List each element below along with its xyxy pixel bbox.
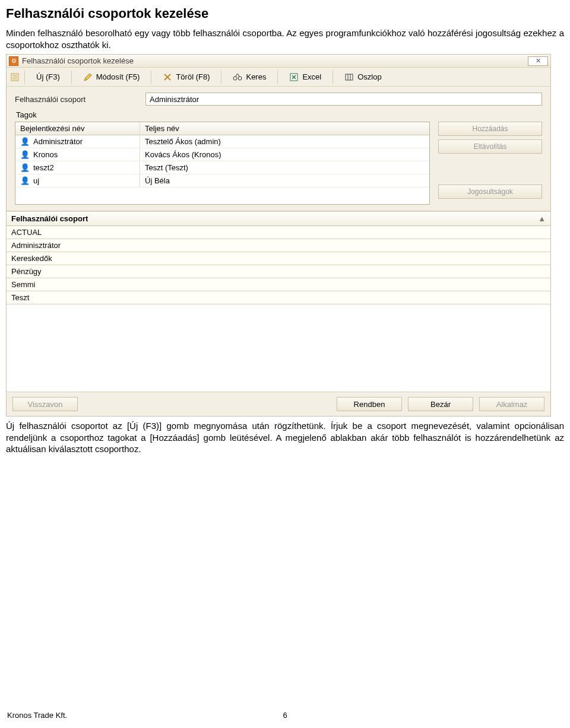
col-login-header[interactable]: Bejelentkezési név xyxy=(15,122,140,135)
modify-button[interactable]: Módosít (F5) xyxy=(77,70,147,84)
sort-indicator-icon: ▲ xyxy=(538,214,546,223)
footer-company: Kronos Trade Kft. xyxy=(7,711,67,720)
grid-row[interactable]: Semmi xyxy=(7,278,550,291)
grid-row[interactable]: Teszt xyxy=(7,291,550,304)
delete-icon xyxy=(163,72,172,82)
menu-icon[interactable] xyxy=(10,72,20,82)
close-button[interactable]: ✕ xyxy=(528,56,548,66)
column-button[interactable]: Oszlop xyxy=(338,70,388,84)
group-label: Felhasználói csoport xyxy=(15,95,140,104)
toolbar-label: Oszlop xyxy=(357,72,381,81)
members-row[interactable]: 👤AdminisztrátorTesztelő Ákos (admin) xyxy=(15,135,429,148)
titlebar: ⚙ Felhasználói csoportok kezelése ✕ xyxy=(7,55,550,68)
members-row[interactable]: 👤ujÚj Béla xyxy=(15,174,429,187)
remove-member-button[interactable]: Eltávolítás xyxy=(438,139,542,154)
grid-header-label: Felhasználói csoport xyxy=(11,214,88,223)
grid-row[interactable]: Adminisztrátor xyxy=(7,239,550,252)
excel-button[interactable]: Excel xyxy=(283,70,328,84)
pencil-icon xyxy=(83,72,93,82)
ok-button[interactable]: Rendben xyxy=(337,397,402,411)
svg-point-5 xyxy=(238,77,242,80)
undo-button[interactable]: Visszavon xyxy=(12,397,78,411)
delete-button[interactable]: Töröl (F8) xyxy=(156,70,216,84)
binoculars-icon xyxy=(233,72,242,82)
excel-icon xyxy=(289,72,299,82)
permissions-button[interactable]: Jogosultságok xyxy=(438,185,542,199)
separator xyxy=(24,71,25,84)
doc-intro: Minden felhasználó besorolható egy vagy … xyxy=(6,27,564,50)
separator xyxy=(277,71,278,84)
close-dialog-button[interactable]: Bezár xyxy=(408,397,473,411)
separator xyxy=(71,71,72,84)
user-icon: 👤 xyxy=(20,150,30,159)
toolbar-label: Új (F3) xyxy=(36,72,60,81)
user-icon: 👤 xyxy=(20,137,30,146)
full-name: Teszt (Teszt) xyxy=(140,161,429,174)
separator xyxy=(151,71,151,84)
full-name: Új Béla xyxy=(140,174,429,187)
full-name: Tesztelő Ákos (admin) xyxy=(140,135,429,148)
grid-row[interactable]: ACTUAL xyxy=(7,226,550,239)
grid-row[interactable]: Pénzügy xyxy=(7,265,550,278)
toolbar-label: Módosít (F5) xyxy=(96,72,140,81)
side-buttons: Hozzáadás Eltávolítás Jogosultságok xyxy=(438,122,542,199)
form-area: Felhasználói csoport Tagok Bejelentkezés… xyxy=(7,87,550,211)
svg-rect-7 xyxy=(346,74,353,80)
members-header: Bejelentkezési név Teljes név xyxy=(15,122,429,135)
full-name: Kovács Ákos (Kronos) xyxy=(140,148,429,161)
members-list[interactable]: Bejelentkezési név Teljes név 👤Adminiszt… xyxy=(15,122,430,205)
members-label: Tagok xyxy=(16,110,542,119)
toolbar: Új (F3) Módosít (F5) Töröl (F8) Keres xyxy=(7,68,550,87)
login-name: Kronos xyxy=(33,150,58,159)
col-fullname-header[interactable]: Teljes név xyxy=(140,122,429,135)
members-row[interactable]: 👤KronosKovács Ákos (Kronos) xyxy=(15,148,429,161)
footer-page-number: 6 xyxy=(283,711,287,720)
bottom-bar: Visszavon Rendben Bezár Alkalmaz xyxy=(7,392,550,416)
grid-header[interactable]: Felhasználói csoport ▲ xyxy=(7,212,550,226)
doc-outro: Új felhasználói csoportot az [Új (F3)] g… xyxy=(6,420,564,455)
new-button[interactable]: Új (F3) xyxy=(30,70,66,84)
toolbar-label: Excel xyxy=(302,72,321,81)
separator xyxy=(221,71,221,84)
groups-grid[interactable]: Felhasználói csoport ▲ ACTUALAdminisztrá… xyxy=(7,211,550,392)
add-member-button[interactable]: Hozzáadás xyxy=(438,122,542,136)
apply-button[interactable]: Alkalmaz xyxy=(479,397,544,411)
login-name: teszt2 xyxy=(33,163,54,172)
svg-point-4 xyxy=(233,77,237,80)
toolbar-label: Töröl (F8) xyxy=(176,72,210,81)
members-row[interactable]: 👤teszt2Teszt (Teszt) xyxy=(15,161,429,174)
search-button[interactable]: Keres xyxy=(226,70,273,84)
dialog-window: ⚙ Felhasználói csoportok kezelése ✕ Új (… xyxy=(6,54,551,417)
group-name-input[interactable] xyxy=(145,93,542,106)
page-footer: Kronos Trade Kft. 6 xyxy=(7,711,563,720)
separator xyxy=(332,71,333,84)
window-title: Felhasználói csoportok kezelése xyxy=(22,56,134,65)
grid-row[interactable]: Kereskedők xyxy=(7,252,550,265)
columns-icon xyxy=(344,72,354,82)
login-name: uj xyxy=(33,176,39,185)
user-icon: 👤 xyxy=(20,163,30,172)
login-name: Adminisztrátor xyxy=(33,137,83,146)
toolbar-label: Keres xyxy=(246,72,266,81)
user-icon: 👤 xyxy=(20,176,30,185)
app-icon: ⚙ xyxy=(9,56,18,66)
doc-title: Felhasználói csoportok kezelése xyxy=(6,6,564,21)
